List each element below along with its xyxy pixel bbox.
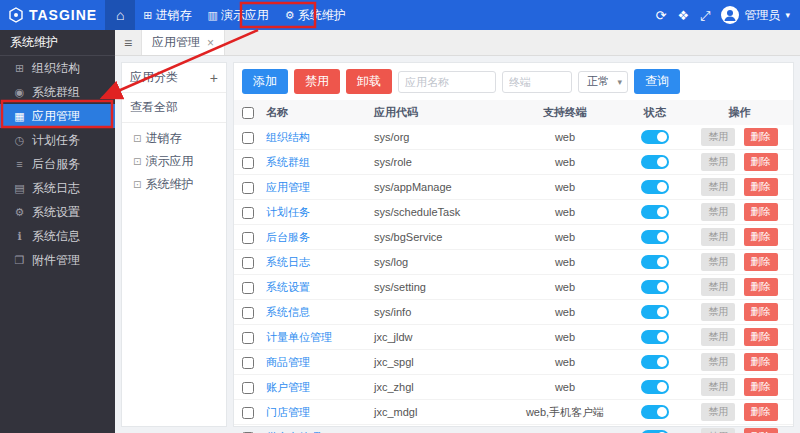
app-name-link[interactable]: 计划任务 bbox=[266, 206, 310, 218]
row-disable-button[interactable]: 禁用 bbox=[701, 303, 735, 321]
terminal-input[interactable] bbox=[502, 71, 572, 93]
table-row: 供应商管理 jxc_ghsgl web 禁用 删除 bbox=[234, 425, 793, 433]
row-checkbox[interactable] bbox=[242, 232, 254, 244]
sidebar-item[interactable]: ◷ 计划任务 bbox=[0, 128, 115, 152]
app-name-link[interactable]: 门店管理 bbox=[266, 406, 310, 418]
sidebar-item[interactable]: ≡ 后台服务 bbox=[0, 152, 115, 176]
sidebar-item[interactable]: ❐ 附件管理 bbox=[0, 248, 115, 272]
add-button[interactable]: 添加 bbox=[242, 69, 288, 94]
tab-app-management[interactable]: 应用管理 × bbox=[141, 30, 225, 55]
status-toggle[interactable] bbox=[641, 355, 669, 369]
table-header-row: 名称 应用代码 支持终端 状态 操作 bbox=[234, 100, 793, 125]
status-toggle[interactable] bbox=[641, 405, 669, 419]
status-toggle[interactable] bbox=[641, 205, 669, 219]
row-delete-button[interactable]: 删除 bbox=[744, 153, 778, 171]
tab-close-icon[interactable]: × bbox=[207, 36, 214, 50]
disable-button[interactable]: 禁用 bbox=[294, 69, 340, 94]
row-delete-button[interactable]: 删除 bbox=[744, 403, 778, 421]
tree-node-icon: ⊡ bbox=[133, 133, 141, 144]
sidebar-item[interactable]: ▤ 系统日志 bbox=[0, 176, 115, 200]
nav-item[interactable]: ▥ 演示应用 bbox=[199, 0, 276, 30]
row-disable-button[interactable]: 禁用 bbox=[701, 403, 735, 421]
status-toggle[interactable] bbox=[641, 330, 669, 344]
collapse-sidebar-icon[interactable]: ≡ bbox=[115, 30, 141, 55]
uninstall-button[interactable]: 卸载 bbox=[346, 69, 392, 94]
status-toggle[interactable] bbox=[641, 305, 669, 319]
sidebar-item[interactable]: ▦ 应用管理 bbox=[0, 104, 115, 128]
row-checkbox[interactable] bbox=[242, 357, 254, 369]
select-all-checkbox[interactable] bbox=[242, 107, 254, 119]
app-name-link[interactable]: 后台服务 bbox=[266, 231, 310, 243]
row-checkbox[interactable] bbox=[242, 207, 254, 219]
app-name-link[interactable]: 系统日志 bbox=[266, 256, 310, 268]
status-toggle[interactable] bbox=[641, 155, 669, 169]
status-toggle[interactable] bbox=[641, 230, 669, 244]
row-checkbox[interactable] bbox=[242, 382, 254, 394]
sidebar-item[interactable]: ⚙ 系统设置 bbox=[0, 200, 115, 224]
row-checkbox[interactable] bbox=[242, 307, 254, 319]
row-checkbox[interactable] bbox=[242, 157, 254, 169]
row-delete-button[interactable]: 删除 bbox=[744, 328, 778, 346]
row-checkbox[interactable] bbox=[242, 132, 254, 144]
row-delete-button[interactable]: 删除 bbox=[744, 128, 778, 146]
app-name-link[interactable]: 系统设置 bbox=[266, 281, 310, 293]
row-disable-button[interactable]: 禁用 bbox=[701, 353, 735, 371]
status-toggle[interactable] bbox=[641, 130, 669, 144]
app-name-link[interactable]: 商品管理 bbox=[266, 356, 310, 368]
row-disable-button[interactable]: 禁用 bbox=[701, 278, 735, 296]
app-terminal: web bbox=[506, 275, 624, 300]
row-delete-button[interactable]: 删除 bbox=[744, 303, 778, 321]
app-terminal: web bbox=[506, 225, 624, 250]
view-all-link[interactable]: 查看全部 bbox=[122, 93, 226, 123]
app-name-link[interactable]: 计量单位管理 bbox=[266, 331, 332, 343]
status-toggle[interactable] bbox=[641, 255, 669, 269]
category-tree-item[interactable]: ⊡ 进销存 bbox=[122, 127, 226, 150]
app-name-input[interactable] bbox=[398, 71, 496, 93]
row-delete-button[interactable]: 删除 bbox=[744, 228, 778, 246]
home-button[interactable]: ⌂ bbox=[105, 0, 135, 30]
status-toggle[interactable] bbox=[641, 180, 669, 194]
status-toggle[interactable] bbox=[641, 280, 669, 294]
app-name-link[interactable]: 系统群组 bbox=[266, 156, 310, 168]
row-disable-button[interactable]: 禁用 bbox=[701, 128, 735, 146]
search-button[interactable]: 查询 bbox=[634, 69, 680, 94]
user-menu[interactable]: 管理员 ▾ bbox=[721, 6, 790, 24]
row-delete-button[interactable]: 删除 bbox=[744, 253, 778, 271]
row-disable-button[interactable]: 禁用 bbox=[701, 203, 735, 221]
app-name-link[interactable]: 组织结构 bbox=[266, 131, 310, 143]
row-disable-button[interactable]: 禁用 bbox=[701, 328, 735, 346]
nav-item[interactable]: ⚙ 系统维护 bbox=[277, 0, 354, 30]
row-disable-button[interactable]: 禁用 bbox=[701, 253, 735, 271]
row-disable-button[interactable]: 禁用 bbox=[701, 178, 735, 196]
fullscreen-icon[interactable]: ⤢ bbox=[700, 9, 710, 22]
category-tree-item[interactable]: ⊡ 系统维护 bbox=[122, 173, 226, 196]
status-toggle[interactable] bbox=[641, 380, 669, 394]
row-checkbox[interactable] bbox=[242, 332, 254, 344]
row-checkbox[interactable] bbox=[242, 282, 254, 294]
row-delete-button[interactable]: 删除 bbox=[744, 378, 778, 396]
row-disable-button[interactable]: 禁用 bbox=[701, 378, 735, 396]
row-checkbox[interactable] bbox=[242, 407, 254, 419]
app-name-link[interactable]: 应用管理 bbox=[266, 181, 310, 193]
sidebar-item[interactable]: ℹ 系统信息 bbox=[0, 224, 115, 248]
row-delete-button[interactable]: 删除 bbox=[744, 353, 778, 371]
row-delete-button[interactable]: 删除 bbox=[744, 203, 778, 221]
row-disable-button[interactable]: 禁用 bbox=[701, 228, 735, 246]
row-delete-button[interactable]: 删除 bbox=[744, 178, 778, 196]
app-name-link[interactable]: 系统信息 bbox=[266, 306, 310, 318]
app-name-link[interactable]: 账户管理 bbox=[266, 381, 310, 393]
sidebar-item[interactable]: ⊞ 组织结构 bbox=[0, 56, 115, 80]
sidebar-item[interactable]: ◉ 系统群组 bbox=[0, 80, 115, 104]
add-category-button[interactable]: + bbox=[210, 71, 218, 85]
apps-grid-icon[interactable]: ❖ bbox=[677, 9, 689, 22]
row-checkbox[interactable] bbox=[242, 182, 254, 194]
refresh-icon[interactable]: ⟳ bbox=[656, 9, 667, 22]
row-disable-button[interactable]: 禁用 bbox=[701, 428, 735, 433]
nav-item[interactable]: ⊞ 进销存 bbox=[135, 0, 199, 30]
row-delete-button[interactable]: 删除 bbox=[744, 278, 778, 296]
category-tree-item[interactable]: ⊡ 演示应用 bbox=[122, 150, 226, 173]
status-select[interactable]: 正常 bbox=[578, 71, 628, 93]
row-checkbox[interactable] bbox=[242, 257, 254, 269]
row-delete-button[interactable]: 删除 bbox=[744, 428, 778, 433]
row-disable-button[interactable]: 禁用 bbox=[701, 153, 735, 171]
